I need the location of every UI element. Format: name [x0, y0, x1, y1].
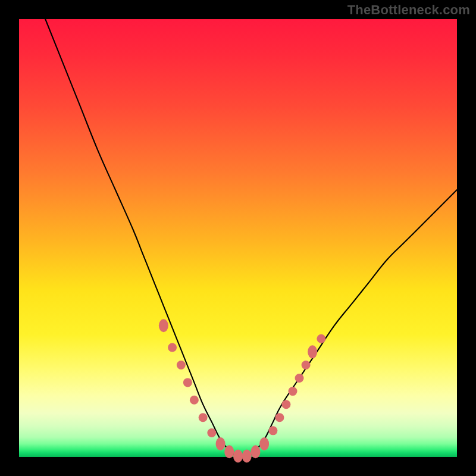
data-marker: [190, 396, 199, 405]
data-marker: [159, 319, 168, 332]
bottleneck-curve: [45, 19, 457, 457]
data-marker: [168, 343, 177, 352]
data-marker: [177, 361, 186, 369]
data-marker: [242, 450, 252, 463]
data-marker: [295, 374, 304, 383]
data-marker: [207, 428, 216, 437]
data-marker: [233, 450, 243, 463]
data-marker: [275, 413, 284, 422]
data-marker: [308, 345, 317, 358]
data-marker: [289, 387, 298, 396]
data-marker: [216, 437, 226, 450]
data-marker: [183, 378, 192, 387]
watermark-text: TheBottleneck.com: [347, 2, 470, 18]
data-marker: [199, 413, 208, 422]
chart-frame: TheBottleneck.com: [0, 0, 476, 476]
data-marker: [317, 334, 325, 343]
plot-area: [19, 19, 457, 457]
data-marker: [268, 426, 277, 435]
data-marker: [250, 445, 260, 458]
markers-group: [159, 319, 325, 462]
data-marker: [224, 445, 234, 458]
data-marker: [281, 400, 290, 409]
data-marker: [259, 437, 269, 450]
chart-svg: [19, 19, 457, 457]
data-marker: [302, 361, 311, 369]
